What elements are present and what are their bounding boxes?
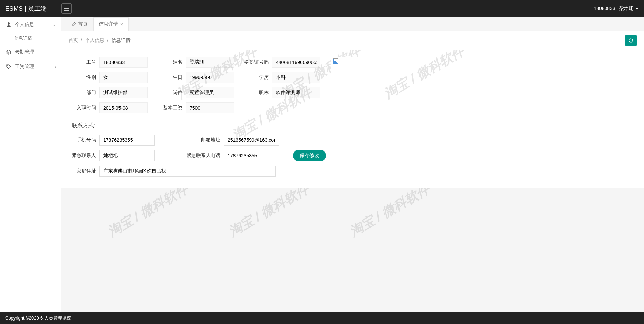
contact-section-title: 联系方式: bbox=[72, 122, 634, 129]
breadcrumb-personal[interactable]: 个人信息 bbox=[85, 37, 104, 44]
breadcrumb: 首页 / 个人信息 / 信息详情 bbox=[61, 31, 644, 50]
label-name: 姓名 bbox=[158, 59, 186, 65]
label-position: 岗位 bbox=[158, 90, 186, 96]
breadcrumb-current: 信息详情 bbox=[111, 37, 131, 44]
label-emergency-name: 紧急联系人 bbox=[72, 152, 99, 159]
label-emp-no: 工号 bbox=[72, 59, 99, 65]
save-button[interactable]: 保存修改 bbox=[293, 150, 326, 161]
input-position bbox=[186, 87, 234, 98]
tab-label: 首页 bbox=[78, 21, 88, 27]
sidebar-toggle-button[interactable] bbox=[61, 3, 72, 14]
tab-info-detail[interactable]: 信息详情 ✕ bbox=[93, 17, 129, 31]
label-phone: 手机号码 bbox=[72, 137, 99, 143]
label-address: 家庭住址 bbox=[72, 168, 99, 174]
label-id-card: 身份证号码 bbox=[244, 59, 272, 65]
sidebar-item-label: 个人信息 bbox=[15, 21, 34, 28]
input-hire-date bbox=[99, 102, 148, 113]
form-info: 淘宝 / 微科软件 淘宝 / 微科软件 淘宝 / 微科软件 淘宝 / 微科软件 … bbox=[61, 50, 644, 188]
input-emergency-name[interactable] bbox=[99, 150, 155, 161]
chevron-down-icon: ⌄ bbox=[52, 22, 56, 27]
svg-point-0 bbox=[8, 22, 10, 25]
tabbar: 首页 信息详情 ✕ bbox=[61, 17, 644, 31]
label-gender: 性别 bbox=[72, 74, 99, 81]
sidebar-item-salary[interactable]: 工资管理 ‹ bbox=[0, 59, 61, 74]
tab-home[interactable]: 首页 bbox=[67, 17, 93, 31]
input-department bbox=[99, 87, 148, 98]
breadcrumb-home[interactable]: 首页 bbox=[68, 37, 78, 44]
footer: Copyright ©2020-6 人员管理系统 bbox=[0, 312, 644, 324]
label-birthday: 生日 bbox=[158, 74, 186, 81]
label-base-salary: 基本工资 bbox=[158, 105, 186, 111]
chevron-left-icon: ‹ bbox=[55, 50, 56, 55]
topbar: ESMS | 员工端 18080833 | 梁培珊 ▼ bbox=[0, 0, 644, 17]
label-education: 学历 bbox=[244, 74, 272, 81]
watermark: 淘宝 / 微科软件 bbox=[225, 188, 312, 241]
input-id-card bbox=[272, 57, 320, 68]
tab-close-icon[interactable]: ✕ bbox=[120, 22, 123, 27]
input-title bbox=[272, 87, 320, 98]
tab-label: 信息详情 bbox=[99, 21, 118, 27]
sidebar-item-attendance[interactable]: 考勤管理 ‹ bbox=[0, 45, 61, 59]
user-display: 18080833 | 梁培珊 bbox=[594, 6, 634, 12]
label-hire-date: 入职时间 bbox=[72, 105, 99, 111]
tag-icon bbox=[5, 64, 12, 70]
input-birthday bbox=[186, 72, 234, 83]
copyright: Copyright ©2020-6 人员管理系统 bbox=[5, 315, 71, 321]
photo-placeholder bbox=[331, 57, 362, 98]
input-education bbox=[272, 72, 320, 83]
layers-icon bbox=[5, 49, 12, 55]
input-phone[interactable] bbox=[99, 135, 155, 146]
refresh-icon bbox=[628, 38, 634, 43]
label-email: 邮箱地址 bbox=[196, 137, 224, 143]
sidebar-subitem-info-detail[interactable]: › 信息详情 bbox=[0, 32, 61, 45]
sidebar-item-personal-info[interactable]: 个人信息 ⌄ bbox=[0, 17, 61, 32]
sidebar-subitem-label: 信息详情 bbox=[14, 35, 32, 41]
home-icon bbox=[72, 22, 76, 26]
label-emergency-phone: 紧急联系人电话 bbox=[186, 152, 224, 159]
user-menu[interactable]: 18080833 | 梁培珊 ▼ bbox=[594, 6, 639, 12]
breadcrumb-sep: / bbox=[81, 38, 82, 43]
sidebar-item-label: 工资管理 bbox=[15, 64, 34, 70]
user-icon bbox=[5, 22, 12, 27]
sidebar-item-label: 考勤管理 bbox=[15, 49, 34, 55]
label-department: 部门 bbox=[72, 90, 99, 96]
content-area: 首页 信息详情 ✕ 首页 / 个人信息 / 信息详情 淘宝 / 微科软件 淘宝 … bbox=[61, 17, 644, 312]
input-email[interactable] bbox=[224, 135, 279, 146]
chevron-right-icon: › bbox=[10, 37, 11, 40]
input-address[interactable] bbox=[99, 166, 276, 177]
input-emergency-phone[interactable] bbox=[224, 150, 279, 161]
label-title: 职称 bbox=[244, 90, 272, 96]
input-base-salary bbox=[186, 102, 234, 113]
breadcrumb-sep: / bbox=[107, 38, 108, 43]
watermark: 淘宝 / 微科软件 bbox=[346, 188, 433, 241]
watermark: 淘宝 / 微科软件 bbox=[105, 188, 191, 241]
svg-point-1 bbox=[7, 65, 8, 66]
input-emp-no bbox=[99, 57, 148, 68]
app-title: ESMS | 员工端 bbox=[5, 4, 61, 13]
refresh-button[interactable] bbox=[625, 35, 637, 46]
chevron-left-icon: ‹ bbox=[55, 64, 56, 69]
content-gap: 淘宝 / 微科软件 淘宝 / 微科软件 淘宝 / 微科软件 bbox=[61, 188, 644, 312]
caret-down-icon: ▼ bbox=[635, 7, 639, 11]
input-gender bbox=[99, 72, 148, 83]
sidebar: 个人信息 ⌄ › 信息详情 考勤管理 ‹ 工资管理 ‹ bbox=[0, 17, 61, 312]
input-name bbox=[186, 57, 234, 68]
menu-icon bbox=[64, 7, 69, 11]
